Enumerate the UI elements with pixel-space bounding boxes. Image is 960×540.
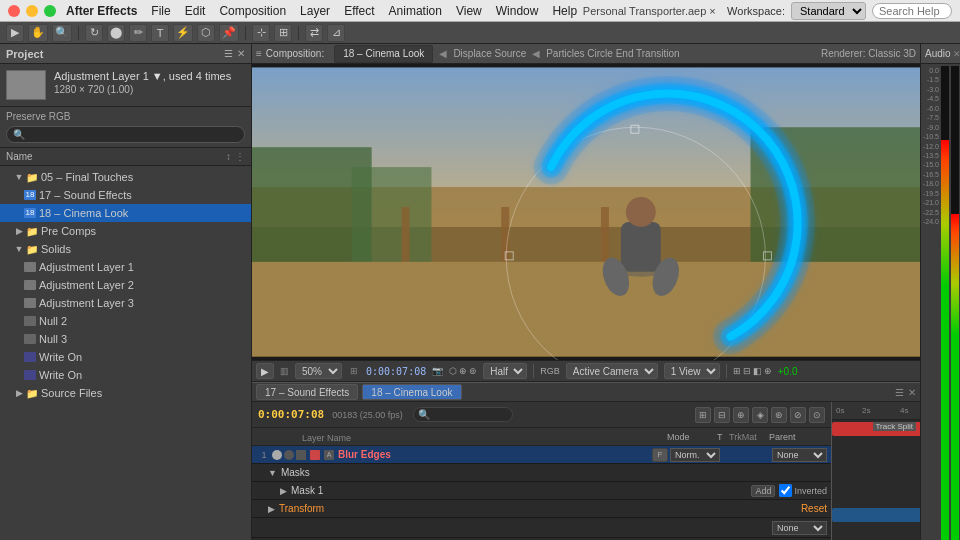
grid-icon[interactable]: ⊞ bbox=[733, 366, 741, 376]
tl-icon-4[interactable]: ◈ bbox=[752, 407, 768, 423]
menu-window[interactable]: Window bbox=[496, 4, 539, 18]
layer-f-icon[interactable]: F bbox=[652, 448, 668, 462]
tl-icon-6[interactable]: ⊘ bbox=[790, 407, 806, 423]
audio-close-icon[interactable]: ✕ bbox=[953, 49, 960, 59]
menu-view[interactable]: View bbox=[456, 4, 482, 18]
resolution-select[interactable]: Half bbox=[483, 363, 527, 379]
layer-solo-toggle[interactable] bbox=[284, 450, 294, 460]
view-mode-select[interactable]: 1 View bbox=[664, 363, 720, 379]
menu-file[interactable]: File bbox=[151, 4, 170, 18]
tool-extra[interactable]: ⊞ bbox=[274, 24, 292, 42]
transform-row[interactable]: ▶ Transform Reset bbox=[252, 500, 831, 518]
masks-arrow[interactable]: ▼ bbox=[268, 468, 277, 478]
comp-icon-3[interactable]: ⊚ bbox=[469, 366, 477, 376]
tree-item-cinema-look[interactable]: 18 18 – Cinema Look bbox=[0, 204, 251, 222]
tree-item-source-files[interactable]: ▶ 📁 Source Files bbox=[0, 384, 251, 402]
expand-arrow[interactable]: ▶ bbox=[14, 388, 24, 398]
layer-visibility-toggle[interactable] bbox=[272, 450, 282, 460]
tool-puppet[interactable]: 📌 bbox=[219, 24, 239, 42]
mask-inverted-toggle[interactable] bbox=[779, 484, 792, 497]
comp-tab-cinema-look[interactable]: 18 – Cinema Look bbox=[334, 45, 433, 63]
transform-arrow[interactable]: ▶ bbox=[268, 504, 275, 514]
timeline-tab-icons[interactable]: ☰ ✕ bbox=[895, 387, 916, 398]
tool-hand[interactable]: ✋ bbox=[28, 24, 48, 42]
tl-icon-7[interactable]: ⊙ bbox=[809, 407, 825, 423]
comp-tab-particles[interactable]: Particles Circle End Transition bbox=[546, 48, 679, 59]
overlay-icon[interactable]: ⊟ bbox=[743, 366, 751, 376]
layer-row-1[interactable]: 1 A Blur Edges F bbox=[252, 446, 831, 464]
mask-icon[interactable]: ◧ bbox=[753, 366, 762, 376]
menu-layer[interactable]: Layer bbox=[300, 4, 330, 18]
tree-item-null2[interactable]: Null 2 bbox=[0, 312, 251, 330]
timeline-search-input[interactable] bbox=[413, 407, 513, 422]
tool-shape[interactable]: ⬡ bbox=[197, 24, 215, 42]
mask1-arrow[interactable]: ▶ bbox=[280, 486, 287, 496]
project-search-input[interactable] bbox=[6, 126, 245, 143]
tool-camera[interactable]: ⬤ bbox=[107, 24, 125, 42]
project-header-icons[interactable]: ↕ ⋮ bbox=[226, 151, 245, 162]
layer-lock-toggle[interactable] bbox=[296, 450, 306, 460]
project-options-icon[interactable]: ☰ bbox=[224, 48, 233, 59]
comp-icon-2[interactable]: ⊕ bbox=[459, 366, 467, 376]
minimize-button[interactable] bbox=[26, 5, 38, 17]
tree-item-sound-effects[interactable]: 18 17 – Sound Effects bbox=[0, 186, 251, 204]
reset-button[interactable]: Reset bbox=[801, 503, 827, 514]
sort-icon[interactable]: ↕ bbox=[226, 151, 231, 162]
view-select[interactable]: Active Camera bbox=[566, 363, 658, 379]
tl-options-icon[interactable]: ☰ bbox=[895, 387, 904, 398]
comp-tab-displace[interactable]: Displace Source bbox=[453, 48, 526, 59]
layer-mode-select[interactable]: Norm. bbox=[670, 448, 720, 462]
window-controls[interactable] bbox=[8, 5, 56, 17]
options-icon[interactable]: ⋮ bbox=[235, 151, 245, 162]
none-select[interactable]: None bbox=[772, 521, 827, 535]
layer-parent-select[interactable]: None bbox=[772, 448, 827, 462]
channel-icons[interactable]: RGB bbox=[540, 366, 560, 376]
expand-arrow[interactable]: ▼ bbox=[14, 172, 24, 182]
tl-icon-2[interactable]: ⊟ bbox=[714, 407, 730, 423]
tool-align[interactable]: ⇄ bbox=[305, 24, 323, 42]
maximize-button[interactable] bbox=[44, 5, 56, 17]
tool-select[interactable]: ▶ bbox=[6, 24, 24, 42]
tl-icon-5[interactable]: ⊛ bbox=[771, 407, 787, 423]
layer-switches[interactable] bbox=[272, 450, 306, 460]
menu-composition[interactable]: Composition bbox=[219, 4, 286, 18]
rgb-icon[interactable]: RGB bbox=[540, 366, 560, 376]
tool-text[interactable]: T bbox=[151, 24, 169, 42]
comp-icon-1[interactable]: ⬡ bbox=[449, 366, 457, 376]
expand-arrow[interactable]: ▼ bbox=[14, 244, 24, 254]
project-close-icon[interactable]: ✕ bbox=[237, 48, 245, 59]
tree-item-adj2[interactable]: Adjustment Layer 2 bbox=[0, 276, 251, 294]
clip-spot[interactable] bbox=[832, 508, 920, 522]
tool-pen[interactable]: ✏ bbox=[129, 24, 147, 42]
comp-tool-icons[interactable]: ⬡ ⊕ ⊚ bbox=[449, 366, 477, 376]
mask-1-row[interactable]: ▶ Mask 1 Add Inverted bbox=[252, 482, 831, 500]
tl-icon-3[interactable]: ⊕ bbox=[733, 407, 749, 423]
tool-rotate[interactable]: ↻ bbox=[85, 24, 103, 42]
tl-tab-cinema-look[interactable]: 18 – Cinema Look bbox=[362, 384, 461, 400]
menu-edit[interactable]: Edit bbox=[185, 4, 206, 18]
tree-item-final-touches[interactable]: ▼ 📁 05 – Final Touches bbox=[0, 168, 251, 186]
close-button[interactable] bbox=[8, 5, 20, 17]
zoom-select[interactable]: 50% bbox=[295, 363, 342, 379]
tree-item-adj1[interactable]: Adjustment Layer 1 bbox=[0, 258, 251, 276]
timeline-control-icons[interactable]: ⊞ ⊟ ⊕ ◈ ⊛ ⊘ ⊙ bbox=[695, 407, 825, 423]
layout-icons[interactable]: ⊞ ⊟ ◧ ⊕ bbox=[733, 366, 772, 376]
tl-tab-sound-effects[interactable]: 17 – Sound Effects bbox=[256, 384, 358, 400]
tool-brush[interactable]: ⚡ bbox=[173, 24, 193, 42]
help-search-input[interactable] bbox=[872, 3, 952, 19]
workspace-select[interactable]: Standard bbox=[791, 2, 866, 20]
tree-item-null3[interactable]: Null 3 bbox=[0, 330, 251, 348]
menu-after-effects[interactable]: After Effects bbox=[66, 4, 137, 18]
3d-icon[interactable]: ⊕ bbox=[764, 366, 772, 376]
tree-item-writeon1[interactable]: Write On bbox=[0, 348, 251, 366]
tree-item-pre-comps[interactable]: ▶ 📁 Pre Comps bbox=[0, 222, 251, 240]
camera-icon[interactable]: 📷 bbox=[432, 366, 443, 376]
tree-item-solids[interactable]: ▼ 📁 Solids bbox=[0, 240, 251, 258]
tree-item-writeon2[interactable]: Write On bbox=[0, 366, 251, 384]
project-search-bar[interactable] bbox=[0, 122, 251, 148]
tl-icon-1[interactable]: ⊞ bbox=[695, 407, 711, 423]
mask-add-btn[interactable]: Add bbox=[751, 485, 775, 497]
layer-mode-controls[interactable]: F Norm. bbox=[652, 448, 720, 462]
tool-zoom[interactable]: 🔍 bbox=[52, 24, 72, 42]
tl-close-icon[interactable]: ✕ bbox=[908, 387, 916, 398]
